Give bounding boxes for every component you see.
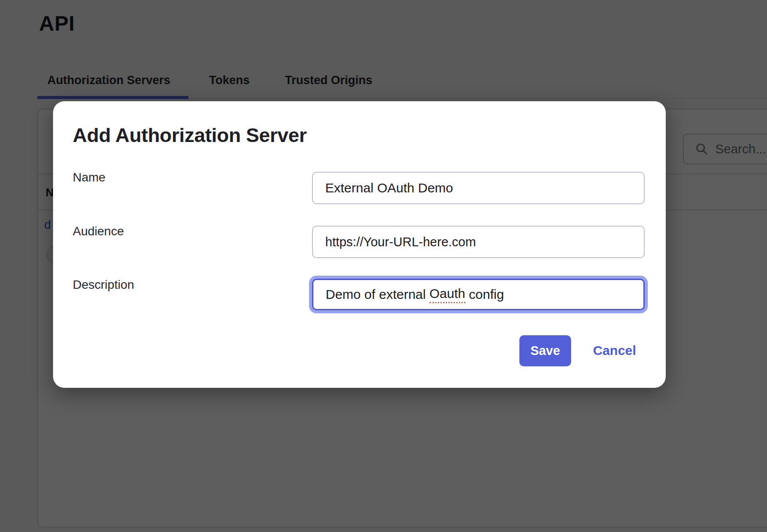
modal-title: Add Authorization Server <box>73 124 307 147</box>
save-button[interactable]: Save <box>519 335 571 366</box>
name-field[interactable] <box>312 172 645 204</box>
description-label: Description <box>73 278 134 292</box>
audience-field[interactable] <box>312 226 645 258</box>
add-authorization-server-modal: Add Authorization Server Name Audience D… <box>53 101 666 388</box>
audience-label: Audience <box>73 224 124 238</box>
description-text: config <box>465 287 504 302</box>
description-field[interactable]: Demo of external Oauth config <box>312 279 645 310</box>
cancel-button[interactable]: Cancel <box>593 343 645 358</box>
description-misspelled-word: Oauth <box>430 286 465 303</box>
name-label: Name <box>73 170 106 184</box>
description-text: Demo of external <box>326 287 430 302</box>
